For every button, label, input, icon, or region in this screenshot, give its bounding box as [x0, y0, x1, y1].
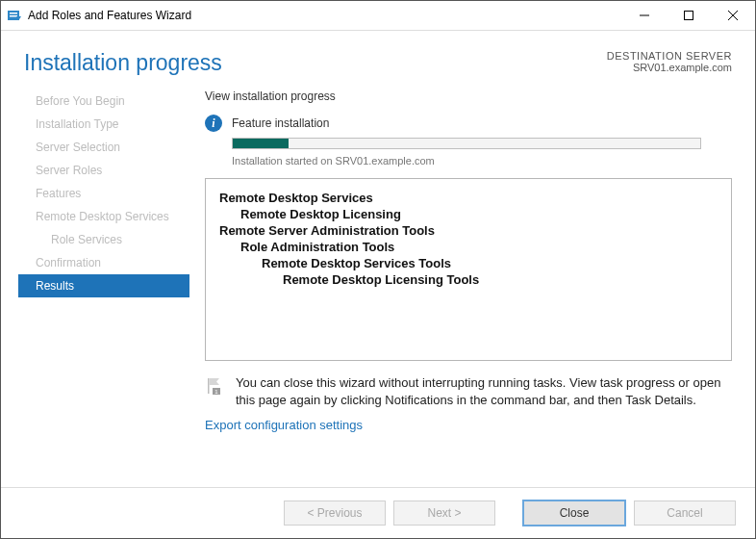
- list-item: Remote Server Administration Tools: [219, 223, 718, 238]
- svg-rect-7: [208, 378, 210, 394]
- step-features: Features: [18, 182, 189, 205]
- progress-bar-wrap: [232, 138, 732, 149]
- minimize-button[interactable]: [622, 1, 667, 30]
- note-row: 1 You can close this wizard without inte…: [205, 374, 732, 408]
- footer: < Previous Next > Close Cancel: [1, 487, 755, 538]
- cancel-button: Cancel: [634, 500, 736, 526]
- step-remote-desktop-services: Remote Desktop Services: [18, 205, 189, 228]
- status-row: i Feature installation: [205, 115, 732, 132]
- progress-bar: [232, 138, 701, 149]
- progress-fill: [233, 139, 289, 148]
- step-installation-type: Installation Type: [18, 113, 189, 136]
- destination-value: SRV01.example.com: [607, 62, 732, 73]
- svg-line-6: [728, 11, 738, 20]
- page-title: Installation progress: [24, 50, 607, 76]
- close-button[interactable]: Close: [522, 500, 626, 526]
- installation-list[interactable]: Remote Desktop Services Remote Desktop L…: [205, 178, 732, 361]
- step-before-you-begin: Before You Begin: [18, 90, 189, 113]
- svg-line-5: [728, 11, 738, 20]
- titlebar: Add Roles and Features Wizard: [1, 1, 755, 31]
- maximize-button[interactable]: [667, 1, 711, 30]
- svg-rect-2: [10, 15, 17, 17]
- main-heading: View installation progress: [205, 90, 732, 103]
- body: Before You Begin Installation Type Serve…: [1, 86, 755, 487]
- previous-button: < Previous: [284, 500, 386, 526]
- export-settings-link[interactable]: Export configuration settings: [205, 418, 732, 432]
- app-icon: [7, 8, 22, 23]
- next-button: Next >: [393, 500, 495, 526]
- step-server-selection: Server Selection: [18, 136, 189, 159]
- window-title: Add Roles and Features Wizard: [28, 9, 191, 22]
- flag-icon: 1: [205, 376, 224, 396]
- main-panel: View installation progress i Feature ins…: [189, 86, 732, 487]
- close-window-button[interactable]: [711, 1, 755, 30]
- status-label: Feature installation: [232, 116, 329, 130]
- list-item: Remote Desktop Services: [219, 191, 718, 205]
- step-confirmation: Confirmation: [18, 251, 189, 274]
- destination-server: DESTINATION SERVER SRV01.example.com: [607, 50, 732, 73]
- list-item: Remote Desktop Licensing: [240, 207, 718, 221]
- note-text: You can close this wizard without interr…: [236, 374, 732, 408]
- destination-label: DESTINATION SERVER: [607, 50, 732, 62]
- list-item: Role Administration Tools: [240, 240, 718, 254]
- list-item: Remote Desktop Services Tools: [262, 256, 718, 270]
- sidebar: Before You Begin Installation Type Serve…: [18, 86, 189, 487]
- step-server-roles: Server Roles: [18, 159, 189, 182]
- svg-rect-1: [10, 13, 17, 14]
- step-results[interactable]: Results: [18, 274, 189, 297]
- info-icon: i: [205, 115, 222, 132]
- list-item: Remote Desktop Licensing Tools: [283, 272, 718, 287]
- svg-rect-4: [685, 12, 693, 20]
- header: Installation progress DESTINATION SERVER…: [1, 31, 755, 86]
- step-role-services: Role Services: [18, 228, 189, 251]
- wizard-window: Add Roles and Features Wizard Installati…: [0, 0, 756, 539]
- progress-subtext: Installation started on SRV01.example.co…: [232, 155, 732, 167]
